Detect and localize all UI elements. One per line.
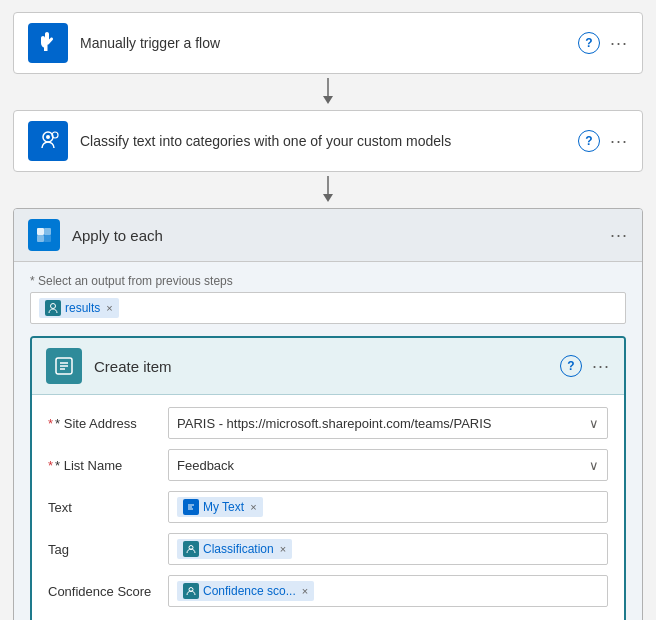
- manual-trigger-title: Manually trigger a flow: [80, 35, 578, 51]
- apply-header-icon: [28, 219, 60, 251]
- create-item-body: ** Site Address PARIS - https://microsof…: [32, 395, 624, 620]
- create-item-icon: [46, 348, 82, 384]
- select-output-input[interactable]: results ×: [30, 292, 626, 324]
- text-token-close[interactable]: ×: [250, 501, 256, 513]
- step-manual-trigger: Manually trigger a flow ? ···: [13, 12, 643, 74]
- list-name-label: ** List Name: [48, 458, 168, 473]
- confidence-score-row: Confidence Score Confidence sco...: [48, 575, 608, 607]
- manual-trigger-help-icon[interactable]: ?: [578, 32, 600, 54]
- tag-token-icon: [183, 541, 199, 557]
- apply-more-icon[interactable]: ···: [610, 225, 628, 246]
- create-item-more-icon[interactable]: ···: [592, 356, 610, 377]
- manual-trigger-icon: [28, 23, 68, 63]
- tag-input[interactable]: Classification ×: [168, 533, 608, 565]
- svg-rect-10: [44, 235, 51, 242]
- site-address-label: ** Site Address: [48, 416, 168, 431]
- apply-header: Apply to each ···: [14, 209, 642, 262]
- svg-rect-9: [37, 235, 44, 242]
- create-item-actions: ? ···: [560, 355, 610, 377]
- tag-token-close[interactable]: ×: [280, 543, 286, 555]
- confidence-score-label: Confidence Score: [48, 584, 168, 599]
- select-output-label: * Select an output from previous steps: [30, 274, 626, 288]
- apply-header-actions: ···: [610, 225, 628, 246]
- results-token-icon: [45, 300, 61, 316]
- svg-marker-6: [323, 194, 333, 202]
- list-name-dropdown-icon: ∨: [589, 458, 599, 473]
- create-item-card: Create item ? ··· ** Site Address PARIS …: [30, 336, 626, 620]
- svg-rect-8: [44, 228, 51, 235]
- site-address-dropdown-icon: ∨: [589, 416, 599, 431]
- arrow-2: [318, 172, 338, 208]
- apply-header-title: Apply to each: [72, 227, 610, 244]
- manual-trigger-actions: ? ···: [578, 32, 628, 54]
- arrow-1: [318, 74, 338, 110]
- create-item-header: Create item ? ···: [32, 338, 624, 395]
- confidence-score-token-close[interactable]: ×: [302, 585, 308, 597]
- svg-point-3: [46, 135, 50, 139]
- site-address-row: ** Site Address PARIS - https://microsof…: [48, 407, 608, 439]
- svg-marker-1: [323, 96, 333, 104]
- create-item-help-icon[interactable]: ?: [560, 355, 582, 377]
- results-token-label: results: [65, 301, 100, 315]
- text-token: My Text ×: [177, 497, 263, 517]
- flow-container: Manually trigger a flow ? ··· Classify t…: [12, 12, 644, 620]
- tag-token: Classification ×: [177, 539, 292, 559]
- classify-text-title: Classify text into categories with one o…: [80, 133, 578, 149]
- tag-label: Tag: [48, 542, 168, 557]
- text-row: Text My Text ×: [48, 491, 608, 523]
- list-name-required: *: [48, 458, 53, 473]
- classify-text-actions: ? ···: [578, 130, 628, 152]
- classify-text-more-icon[interactable]: ···: [610, 131, 628, 152]
- confidence-score-token-label: Confidence sco...: [203, 584, 296, 598]
- site-address-required: *: [48, 416, 53, 431]
- step-classify-text: Classify text into categories with one o…: [13, 110, 643, 172]
- results-token: results ×: [39, 298, 119, 318]
- svg-rect-7: [37, 228, 44, 235]
- confidence-score-token-icon: [183, 583, 199, 599]
- confidence-score-token: Confidence sco... ×: [177, 581, 314, 601]
- svg-point-11: [51, 304, 56, 309]
- tag-row: Tag Classification ×: [48, 533, 608, 565]
- confidence-score-input[interactable]: Confidence sco... ×: [168, 575, 608, 607]
- text-input[interactable]: My Text ×: [168, 491, 608, 523]
- tag-token-label: Classification: [203, 542, 274, 556]
- list-name-input[interactable]: Feedback ∨: [168, 449, 608, 481]
- results-token-close[interactable]: ×: [106, 302, 112, 314]
- site-address-input[interactable]: PARIS - https://microsoft.sharepoint.com…: [168, 407, 608, 439]
- classify-text-icon: [28, 121, 68, 161]
- manual-trigger-more-icon[interactable]: ···: [610, 33, 628, 54]
- create-item-title: Create item: [94, 358, 560, 375]
- list-name-row: ** List Name Feedback ∨: [48, 449, 608, 481]
- text-token-label: My Text: [203, 500, 244, 514]
- site-address-value: PARIS - https://microsoft.sharepoint.com…: [177, 416, 589, 431]
- text-label: Text: [48, 500, 168, 515]
- classify-text-help-icon[interactable]: ?: [578, 130, 600, 152]
- text-token-icon: [183, 499, 199, 515]
- apply-to-each-block: Apply to each ··· * Select an output fro…: [13, 208, 643, 620]
- apply-body: * Select an output from previous steps r…: [14, 262, 642, 620]
- list-name-value: Feedback: [177, 458, 589, 473]
